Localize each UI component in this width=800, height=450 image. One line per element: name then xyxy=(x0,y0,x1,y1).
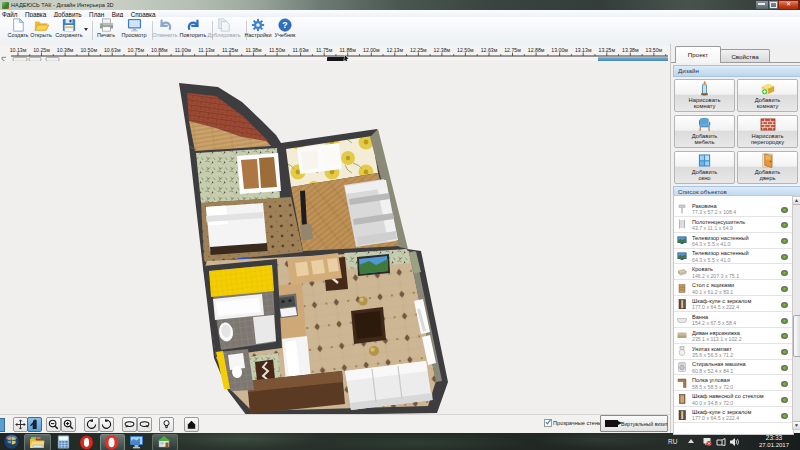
svg-text:12.75м: 12.75м xyxy=(504,47,521,53)
svg-text:12.38м: 12.38м xyxy=(434,47,451,53)
svg-text:10.50м: 10.50м xyxy=(80,47,97,53)
svg-text:10.13м: 10.13м xyxy=(10,47,27,53)
svg-text:10.75м: 10.75м xyxy=(128,47,145,53)
svg-text:?: ? xyxy=(282,20,287,30)
svg-text:10.88м: 10.88м xyxy=(151,47,168,53)
svg-text:11.50м: 11.50м xyxy=(269,47,286,53)
svg-text:11.13м: 11.13м xyxy=(198,47,215,53)
svg-text:13.25м: 13.25м xyxy=(599,47,616,53)
svg-text:11.63м: 11.63м xyxy=(293,47,310,53)
svg-text:13.38м: 13.38м xyxy=(622,47,639,53)
svg-text:12.13м: 12.13м xyxy=(387,47,404,53)
svg-text:13.50м: 13.50м xyxy=(646,47,663,53)
svg-text:13.13м: 13.13м xyxy=(575,47,592,53)
svg-text:11.75м: 11.75м xyxy=(316,47,333,53)
svg-text:10.38м: 10.38м xyxy=(57,47,74,53)
svg-text:11.00м: 11.00м xyxy=(175,47,192,53)
svg-text:12.50м: 12.50м xyxy=(457,47,474,53)
svg-text:12.88м: 12.88м xyxy=(528,47,545,53)
svg-text:12.63м: 12.63м xyxy=(481,47,498,53)
svg-text:10.25м: 10.25м xyxy=(33,47,50,53)
svg-text:11.88м: 11.88м xyxy=(340,47,357,53)
svg-text:11.38м: 11.38м xyxy=(245,47,262,53)
svg-text:12.00м: 12.00м xyxy=(363,47,380,53)
svg-text:10.63м: 10.63м xyxy=(104,47,121,53)
svg-text:12.25м: 12.25м xyxy=(410,47,427,53)
svg-text:11.25м: 11.25м xyxy=(222,47,239,53)
svg-text:13.00м: 13.00м xyxy=(551,47,568,53)
